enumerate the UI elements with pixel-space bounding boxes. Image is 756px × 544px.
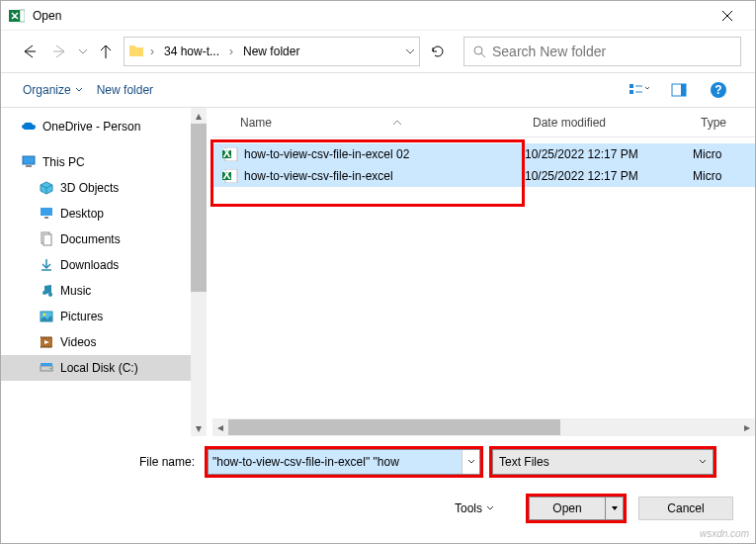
highlight-annotation: Open (526, 494, 627, 523)
videos-icon (39, 334, 54, 350)
forward-button[interactable] (46, 38, 74, 65)
sidebar-item-label: Music (60, 284, 91, 298)
filename-label: File name: (19, 455, 199, 469)
svg-rect-11 (26, 165, 32, 167)
up-button[interactable] (92, 38, 120, 65)
breadcrumb-1[interactable]: 34 how-t... (160, 43, 223, 60)
svg-rect-20 (41, 363, 52, 366)
svg-text:?: ? (714, 83, 721, 97)
pc-icon (21, 154, 37, 170)
svg-rect-7 (681, 84, 686, 96)
filetype-filter[interactable]: Text Files (492, 449, 714, 475)
scroll-down-icon[interactable]: ▾ (191, 420, 207, 436)
preview-pane-button[interactable] (664, 78, 694, 102)
desktop-icon (39, 206, 54, 222)
svg-rect-2 (129, 47, 143, 56)
file-date: 10/25/2022 12:17 PM (525, 169, 693, 183)
open-dropdown-button[interactable] (606, 497, 624, 520)
watermark: wsxdn.com (700, 528, 749, 539)
refresh-button[interactable] (424, 38, 452, 65)
chevron-down-icon (486, 504, 494, 512)
scrollbar-thumb[interactable] (228, 419, 560, 435)
close-button[interactable] (708, 2, 747, 30)
sidebar-item-label: Videos (60, 335, 96, 349)
sidebar-item-label: Downloads (60, 258, 119, 272)
sidebar-item-label: Pictures (60, 310, 103, 323)
column-name[interactable]: Name (212, 114, 525, 132)
address-dropdown-icon[interactable] (405, 46, 415, 56)
svg-rect-15 (43, 234, 51, 245)
sidebar-item-music[interactable]: Music (1, 278, 191, 304)
sidebar-item-thispc[interactable]: This PC (1, 149, 191, 175)
svg-text:X: X (222, 169, 230, 182)
organize-menu[interactable]: Organize (23, 83, 83, 97)
sidebar-item-label: Desktop (60, 207, 104, 221)
scrollbar-thumb[interactable] (191, 124, 207, 292)
chevron-right-icon[interactable]: › (227, 45, 235, 58)
file-name: how-to-view-csv-file-in-excel (244, 169, 393, 183)
main-area: OneDrive - Person This PC 3D Objects Des… (1, 108, 755, 436)
svg-rect-12 (41, 208, 52, 216)
svg-rect-10 (23, 156, 35, 164)
open-button[interactable]: Open (529, 497, 606, 520)
sidebar-item-documents[interactable]: Documents (1, 227, 191, 252)
help-button[interactable]: ? (704, 78, 733, 102)
svg-point-17 (43, 314, 46, 317)
sidebar-item-desktop[interactable]: Desktop (1, 201, 191, 227)
new-folder-button[interactable]: New folder (97, 83, 153, 97)
sidebar-item-3dobjects[interactable]: 3D Objects (1, 175, 191, 201)
drive-icon (39, 360, 54, 376)
music-icon (39, 283, 54, 299)
file-date: 10/25/2022 12:17 PM (525, 147, 693, 161)
sidebar-item-onedrive[interactable]: OneDrive - Person (1, 114, 191, 139)
sidebar-item-downloads[interactable]: Downloads (1, 252, 191, 278)
filename-input[interactable] (209, 450, 462, 474)
sidebar-item-label: Local Disk (C:) (60, 361, 138, 375)
file-row[interactable]: X how-to-view-csv-file-in-excel 10/25/20… (212, 165, 755, 187)
svg-rect-4 (630, 84, 633, 88)
file-type: Micro (693, 169, 755, 183)
file-name: how-to-view-csv-file-in-excel 02 (244, 147, 409, 161)
tools-label: Tools (455, 501, 482, 515)
documents-icon (39, 231, 54, 247)
sidebar-item-localdisk[interactable]: Local Disk (C:) (1, 355, 191, 381)
file-type: Micro (693, 147, 755, 161)
column-type[interactable]: Type (693, 114, 755, 132)
toolbar: Organize New folder ? (1, 72, 755, 108)
organize-label: Organize (23, 83, 71, 97)
column-headers: Name Date modified Type (212, 108, 755, 137)
search-input[interactable] (492, 44, 732, 59)
folder-icon (128, 44, 144, 59)
svg-text:X: X (222, 147, 230, 160)
address-bar[interactable]: › 34 how-t... › New folder (124, 37, 420, 66)
chevron-down-icon (699, 458, 707, 466)
filter-label: Text Files (499, 455, 549, 469)
scroll-left-icon[interactable]: ◂ (212, 420, 228, 434)
view-mode-button[interactable] (625, 78, 654, 102)
cancel-button[interactable]: Cancel (638, 497, 733, 520)
file-list: Name Date modified Type X how-to-view-cs… (212, 108, 755, 436)
horizontal-scrollbar[interactable]: ◂ ▸ (212, 418, 755, 436)
back-button[interactable] (15, 38, 42, 65)
recent-dropdown-icon[interactable] (78, 46, 88, 56)
tools-menu[interactable]: Tools (455, 501, 494, 515)
search-box[interactable] (463, 37, 741, 66)
sidebar-item-videos[interactable]: Videos (1, 329, 191, 355)
sidebar-item-label: Documents (60, 232, 121, 246)
sidebar-item-label: This PC (42, 155, 85, 169)
file-row[interactable]: X how-to-view-csv-file-in-excel 02 10/25… (212, 143, 755, 165)
column-date[interactable]: Date modified (525, 114, 693, 132)
downloads-icon (39, 257, 54, 273)
navbar: › 34 how-t... › New folder (1, 31, 755, 72)
titlebar: Open (1, 1, 755, 31)
filename-dropdown-icon[interactable] (462, 450, 479, 474)
excel-file-icon: X (222, 169, 238, 183)
sidebar-item-pictures[interactable]: Pictures (1, 304, 191, 329)
scroll-up-icon[interactable]: ▴ (191, 108, 207, 124)
scroll-right-icon[interactable]: ▸ (739, 420, 755, 434)
sidebar-scrollbar[interactable]: ▴ ▾ (191, 108, 207, 436)
sidebar: OneDrive - Person This PC 3D Objects Des… (1, 108, 191, 436)
filename-input-group[interactable] (208, 449, 480, 475)
breadcrumb-2[interactable]: New folder (239, 43, 303, 60)
chevron-right-icon[interactable]: › (148, 45, 156, 58)
